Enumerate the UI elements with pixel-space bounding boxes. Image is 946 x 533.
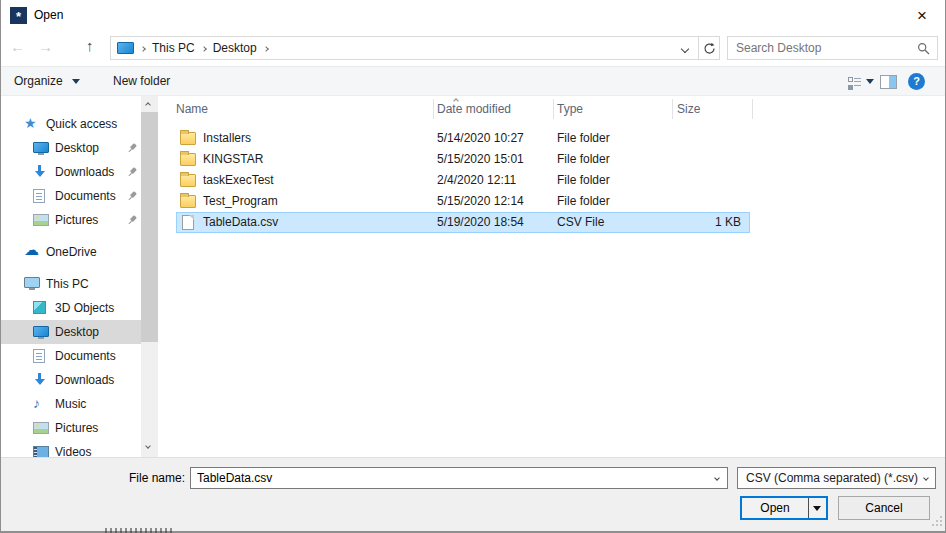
search-icon[interactable]: [917, 42, 930, 55]
file-date: 2/4/2020 12:11: [437, 170, 516, 191]
scroll-down-icon[interactable]: [145, 443, 151, 449]
file-type: CSV File: [557, 212, 604, 233]
sidebar-item-pictures[interactable]: Pictures: [0, 416, 141, 440]
breadcrumb-chevron-icon[interactable]: [140, 46, 146, 52]
desktop-icon: [33, 326, 49, 337]
file-name: taskExecTest: [203, 170, 274, 191]
organize-button[interactable]: Organize: [14, 67, 80, 95]
sidebar-item-downloads-qa[interactable]: Downloads: [0, 160, 141, 184]
scroll-up-icon[interactable]: [145, 102, 151, 108]
address-dropdown-icon[interactable]: [681, 45, 689, 53]
title-bar: * Open ×: [0, 0, 946, 31]
open-dropdown-icon[interactable]: [813, 506, 821, 511]
sidebar-item-onedrive[interactable]: ☁ OneDrive: [0, 240, 141, 264]
organize-label: Organize: [14, 74, 63, 88]
pin-icon: [125, 189, 139, 203]
open-button[interactable]: Open: [740, 496, 828, 520]
folder-icon: [180, 132, 196, 145]
sidebar-item-3d-objects[interactable]: 3D Objects: [0, 296, 141, 320]
file-name: KINGSTAR: [203, 149, 263, 170]
sidebar-item-label: Pictures: [55, 208, 98, 232]
file-row[interactable]: Installers 5/14/2020 10:27 File folder: [176, 128, 750, 149]
file-name-combo[interactable]: [190, 467, 728, 489]
sidebar-item-desktop[interactable]: Desktop: [0, 320, 141, 344]
sidebar-item-label: Desktop: [55, 320, 99, 344]
desktop-location-icon: [117, 42, 134, 54]
sidebar-item-pictures-qa[interactable]: Pictures: [0, 208, 141, 232]
column-divider[interactable]: [553, 99, 554, 119]
file-name-input[interactable]: [197, 470, 697, 486]
help-icon[interactable]: ?: [908, 73, 925, 90]
folder-icon: [180, 195, 196, 208]
file-name: Installers: [203, 128, 251, 149]
file-name-dropdown-icon[interactable]: [714, 475, 720, 481]
address-bar[interactable]: This PC Desktop: [110, 36, 699, 60]
change-view-icon[interactable]: [848, 76, 861, 88]
pin-icon: [125, 165, 139, 179]
sidebar-item-quick-access[interactable]: ★ Quick access: [0, 112, 141, 136]
navigation-band: ← → ↑ This PC Desktop: [0, 31, 946, 66]
file-size: 1 KB: [715, 212, 741, 233]
views-dropdown-icon[interactable]: [866, 79, 874, 84]
refresh-button[interactable]: [698, 36, 720, 60]
column-divider[interactable]: [433, 99, 434, 119]
file-row[interactable]: KINGSTAR 5/15/2020 15:01 File folder: [176, 149, 750, 170]
open-dialog: * Open × ← → ↑ This PC Desktop: [0, 0, 946, 533]
file-type-select[interactable]: CSV (Comma separated) (*.csv): [737, 467, 936, 489]
sidebar-item-documents[interactable]: Documents: [0, 344, 141, 368]
desktop-icon: [33, 142, 49, 153]
search-input[interactable]: [736, 39, 911, 57]
file-row[interactable]: Test_Program 5/15/2020 12:14 File folder: [176, 191, 750, 212]
sidebar-item-label: Downloads: [55, 160, 114, 184]
onedrive-cloud-icon: ☁: [24, 243, 39, 257]
column-divider[interactable]: [752, 99, 753, 119]
file-row[interactable]: taskExecTest 2/4/2020 12:11 File folder: [176, 170, 750, 191]
forward-icon[interactable]: →: [38, 38, 53, 55]
breadcrumb-desktop[interactable]: Desktop: [213, 41, 257, 55]
preview-pane-icon[interactable]: [880, 75, 897, 89]
breadcrumb-this-pc[interactable]: This PC: [152, 41, 195, 55]
column-divider[interactable]: [672, 99, 673, 119]
file-type: File folder: [557, 128, 610, 149]
sidebar-item-documents-qa[interactable]: Documents: [0, 184, 141, 208]
new-folder-label: New folder: [113, 74, 170, 88]
sidebar-item-videos[interactable]: Videos: [0, 440, 141, 457]
main-content: ★ Quick access Desktop Downloads Documen…: [0, 96, 946, 457]
new-folder-button[interactable]: New folder: [113, 67, 170, 95]
breadcrumb-chevron-icon[interactable]: [263, 46, 269, 52]
sidebar-item-label: Desktop: [55, 136, 99, 160]
footer-bar: File name: CSV (Comma separated) (*.csv)…: [0, 457, 946, 531]
organize-dropdown-icon: [72, 79, 80, 84]
sidebar-item-desktop-qa[interactable]: Desktop: [0, 136, 141, 160]
this-pc-icon: [24, 277, 40, 288]
search-box[interactable]: [727, 36, 938, 60]
csv-file-icon: [182, 215, 194, 230]
close-icon[interactable]: ×: [906, 2, 938, 30]
sidebar-item-downloads[interactable]: Downloads: [0, 368, 141, 392]
pin-icon: [125, 141, 139, 155]
app-icon: *: [10, 7, 27, 24]
sidebar-item-label: OneDrive: [46, 240, 97, 264]
file-type-dropdown-icon: [923, 475, 929, 481]
back-icon[interactable]: ←: [10, 38, 25, 55]
file-type: File folder: [557, 191, 610, 212]
sidebar-item-this-pc[interactable]: This PC: [0, 272, 141, 296]
file-date: 5/14/2020 10:27: [437, 128, 524, 149]
resize-grip-icon[interactable]: [932, 516, 942, 526]
sidebar-scrollbar[interactable]: [141, 96, 158, 457]
pin-icon: [125, 213, 139, 227]
folder-icon: [180, 174, 196, 187]
breadcrumb-chevron-icon[interactable]: [201, 46, 207, 52]
cancel-button[interactable]: Cancel: [838, 496, 930, 520]
file-date: 5/19/2020 18:54: [437, 212, 524, 233]
scrollbar-thumb[interactable]: [141, 112, 158, 342]
column-header-name[interactable]: Name: [176, 96, 208, 122]
sidebar-item-label: Documents: [55, 344, 116, 368]
file-row-selected[interactable]: TableData.csv 5/19/2020 18:54 CSV File 1…: [176, 212, 750, 233]
column-header-size[interactable]: Size: [677, 96, 700, 122]
documents-icon: [33, 349, 45, 363]
column-header-date-modified[interactable]: Date modified: [437, 96, 511, 122]
up-icon[interactable]: ↑: [86, 37, 94, 54]
sidebar-item-music[interactable]: ♪ Music: [0, 392, 141, 416]
column-header-type[interactable]: Type: [557, 96, 583, 122]
